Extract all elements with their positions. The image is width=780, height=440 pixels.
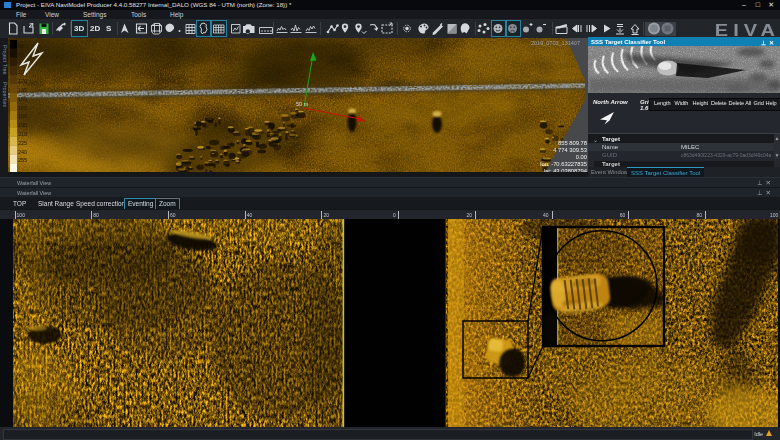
svg-text:150: 150 [18, 96, 27, 102]
svg-text:120: 120 [18, 78, 27, 84]
svg-text:50 m: 50 m [296, 101, 309, 107]
svg-text:165: 165 [18, 105, 27, 111]
svg-text:180: 180 [18, 113, 27, 119]
svg-text:855 809.78: 855 809.78 [558, 140, 587, 146]
svg-text:lat: 43.03808794: lat: 43.03808794 [544, 168, 588, 172]
svg-text:2019_0703_131407: 2019_0703_131407 [531, 40, 580, 46]
svg-text:210: 210 [18, 131, 27, 137]
svg-text:240: 240 [18, 149, 27, 155]
svg-text:4 774 309.53: 4 774 309.53 [553, 147, 587, 153]
svg-text:0.00: 0.00 [576, 154, 587, 160]
svg-text:225: 225 [18, 140, 27, 146]
svg-text:60: 60 [18, 43, 24, 49]
svg-text:135: 135 [18, 87, 27, 93]
svg-text:lon: -70.63227835: lon: -70.63227835 [540, 161, 587, 167]
svg-text:255: 255 [18, 157, 27, 163]
svg-text:75: 75 [18, 52, 24, 58]
svg-text:195: 195 [18, 122, 27, 128]
